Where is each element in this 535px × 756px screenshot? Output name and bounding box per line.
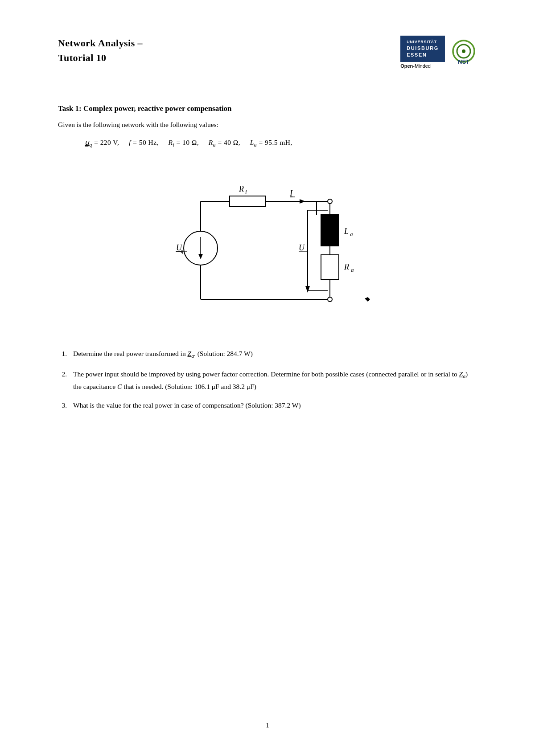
list-number: 1. bbox=[58, 348, 67, 361]
open-minded-label: Open-Minded bbox=[400, 63, 431, 69]
circuit-diagram: U q R i bbox=[58, 161, 477, 331]
svg-text:U: U bbox=[299, 243, 305, 252]
task1-title: Task 1: Complex power, reactive power co… bbox=[58, 104, 477, 113]
task1-items-list: 1. Determine the real power transformed … bbox=[58, 348, 477, 411]
list-number: 2. bbox=[58, 369, 67, 392]
list-item: 1. Determine the real power transformed … bbox=[58, 348, 477, 361]
svg-text:R: R bbox=[239, 184, 244, 193]
task1-section: Task 1: Complex power, reactive power co… bbox=[58, 104, 477, 411]
svg-marker-18 bbox=[300, 199, 305, 204]
svg-marker-40 bbox=[365, 297, 370, 302]
svg-text:i: i bbox=[245, 188, 247, 195]
svg-text:a: a bbox=[350, 231, 353, 237]
svg-text:q: q bbox=[181, 248, 183, 254]
list-item: 3. What is the value for the real power … bbox=[58, 400, 477, 411]
uni-badge: UNIVERSITÄT DUISBURG ESSEN bbox=[400, 36, 445, 62]
svg-rect-28 bbox=[321, 255, 339, 279]
list-item: 2. The power input should be improved by… bbox=[58, 369, 477, 392]
svg-text:R: R bbox=[344, 262, 349, 271]
list-content: Determine the real power transformed in … bbox=[73, 348, 477, 361]
formula-line: u̲q = 220 V, f = 50 Hz, Ri = 10 Ω, Ra = … bbox=[85, 139, 477, 148]
list-content: What is the value for the real power in … bbox=[73, 400, 477, 411]
page-footer: 1 bbox=[0, 722, 535, 729]
document-title: Network Analysis – Tutorial 10 bbox=[58, 36, 143, 65]
header: Network Analysis – Tutorial 10 UNIVERSIT… bbox=[58, 36, 477, 69]
list-number: 3. bbox=[58, 400, 67, 411]
svg-text:a: a bbox=[351, 266, 354, 273]
svg-point-2 bbox=[462, 49, 465, 53]
svg-point-22 bbox=[328, 297, 332, 302]
page: Network Analysis – Tutorial 10 UNIVERSIT… bbox=[0, 0, 535, 756]
list-content: The power input should be improved by us… bbox=[73, 369, 477, 392]
svg-text:L: L bbox=[344, 227, 349, 236]
task1-description: Given is the following network with the … bbox=[58, 119, 477, 131]
svg-text:I: I bbox=[289, 189, 293, 198]
svg-marker-35 bbox=[305, 286, 310, 293]
nst-icon: NST bbox=[450, 39, 477, 65]
page-number: 1 bbox=[266, 722, 269, 729]
svg-rect-24 bbox=[321, 215, 339, 246]
svg-rect-14 bbox=[230, 196, 265, 207]
svg-text:NST: NST bbox=[458, 58, 469, 65]
university-logo: UNIVERSITÄT DUISBURG ESSEN Open-Minded N… bbox=[400, 36, 477, 69]
